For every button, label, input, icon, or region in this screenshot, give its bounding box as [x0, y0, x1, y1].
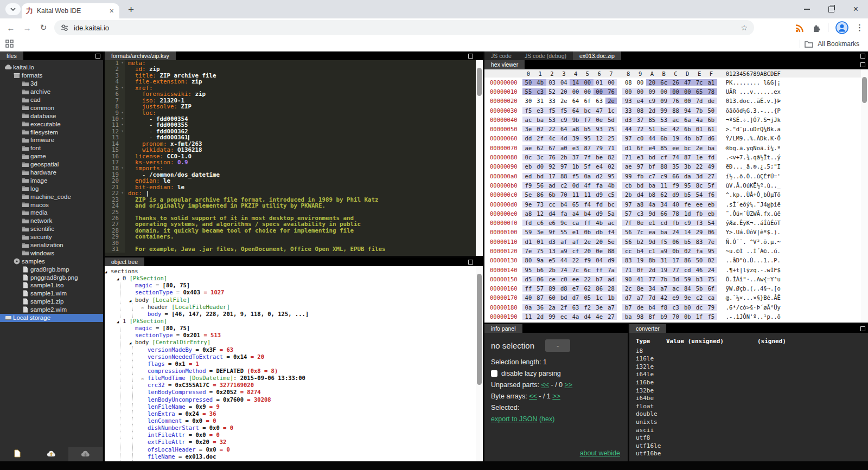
scrollbar-thumb[interactable]: [862, 77, 867, 103]
hex-byte[interactable]: 55: [558, 229, 570, 235]
object-tree-node[interactable]: diskNumberStart = 0x0 = 0: [105, 424, 476, 432]
hex-byte[interactable]: 06: [670, 239, 682, 245]
hex-byte[interactable]: e7: [570, 285, 582, 292]
hex-byte[interactable]: 3e: [534, 229, 546, 235]
hex-byte[interactable]: 1b: [605, 294, 617, 301]
hex-byte[interactable]: 75: [534, 248, 546, 254]
hex-byte[interactable]: c1: [646, 248, 658, 254]
hex-byte[interactable]: ee: [693, 201, 705, 208]
hex-byte[interactable]: 00: [570, 88, 582, 95]
hex-byte[interactable]: 9c: [558, 220, 570, 226]
hex-byte[interactable]: bd: [646, 154, 658, 160]
hex-byte[interactable]: 2e: [582, 239, 593, 245]
hex-ascii[interactable]: Ñ.Ó¯¯. ^V².õ.µ.~: [726, 239, 781, 245]
hex-byte[interactable]: 97: [634, 163, 646, 170]
hex-byte[interactable]: 7e: [522, 248, 534, 254]
fold-toggle-icon[interactable]: ▾: [120, 165, 125, 171]
byte-arrays-prev-link[interactable]: <<: [529, 392, 537, 400]
hex-byte[interactable]: fd: [705, 154, 717, 160]
hex-byte[interactable]: 19: [634, 257, 646, 263]
hex-byte[interactable]: 84: [681, 285, 693, 292]
hex-byte[interactable]: 02: [705, 257, 717, 263]
hex-byte[interactable]: 7d: [646, 294, 658, 301]
hex-byte[interactable]: 40: [522, 294, 534, 301]
hex-byte[interactable]: 29: [693, 229, 705, 235]
hex-byte[interactable]: 00: [605, 79, 617, 86]
hex-byte[interactable]: 02: [605, 163, 617, 170]
hex-ascii[interactable]: ~u.©Ï ..Ì´Á©..ú.: [726, 248, 781, 254]
hex-byte[interactable]: b5: [681, 191, 693, 198]
object-tree-node[interactable]: sectionType = 0x201 = 513: [105, 332, 476, 339]
hex-ascii[interactable]: ..åD"ù.Ù...1..P.: [726, 257, 781, 263]
hex-byte[interactable]: b0: [681, 304, 693, 311]
tab-object-tree[interactable]: object tree: [105, 257, 144, 266]
object-tree-scrollbar[interactable]: [476, 266, 483, 461]
hex-byte[interactable]: 7c: [570, 267, 582, 273]
hex-byte[interactable]: 76: [546, 154, 558, 160]
hex-byte[interactable]: 67: [546, 145, 558, 151]
hex-byte[interactable]: 6f: [582, 98, 593, 104]
hex-byte[interactable]: 56: [622, 229, 634, 235]
hex-byte[interactable]: c9: [646, 98, 658, 104]
hex-byte[interactable]: bf: [646, 163, 658, 170]
hex-byte[interactable]: 4b: [593, 220, 605, 226]
object-tree-node[interactable]: fileName = ex013.doc: [105, 453, 476, 460]
hex-byte[interactable]: 98: [634, 313, 646, 320]
hex-byte[interactable]: 64: [570, 107, 582, 114]
hex-byte[interactable]: 17: [670, 257, 682, 263]
hex-byte[interactable]: cc: [546, 201, 558, 208]
export-json-link[interactable]: export to JSON: [491, 415, 537, 423]
tab-hex-viewer[interactable]: hex viewer: [484, 60, 525, 69]
back-button[interactable]: ←: [3, 18, 18, 37]
hex-byte[interactable]: cd: [681, 267, 693, 273]
hex-byte[interactable]: 89: [546, 285, 558, 292]
fold-toggle-icon[interactable]: ▾: [120, 128, 125, 134]
object-tree-node[interactable]: ◢1 [PkSection]: [105, 318, 476, 325]
restore-button[interactable]: [819, 0, 844, 18]
object-tree-node[interactable]: ▷fileModTime [DosDatetime]: 2015-09-06 1…: [105, 375, 476, 382]
hex-byte[interactable]: 88: [670, 107, 682, 114]
hex-byte[interactable]: 2e: [693, 145, 705, 151]
hex-byte[interactable]: 50: [522, 79, 534, 86]
hex-byte[interactable]: 35: [670, 163, 682, 170]
maximize-panel-icon[interactable]: [860, 54, 865, 59]
hex-byte[interactable]: 93: [622, 98, 634, 104]
hex-byte[interactable]: 20: [558, 88, 570, 95]
hex-byte[interactable]: 86: [681, 257, 693, 263]
hex-byte[interactable]: ba: [705, 145, 717, 151]
tree-item-pnggrad8rgb-png[interactable]: pnggrad8rgb.png: [0, 273, 103, 281]
hex-byte[interactable]: 70: [558, 191, 570, 198]
hex-byte[interactable]: ff: [522, 285, 534, 292]
hex-byte[interactable]: a7: [634, 294, 646, 301]
hex-ascii[interactable]: õãõõd¼G.3.-...{P: [726, 107, 781, 114]
profile-avatar[interactable]: [835, 21, 848, 34]
hex-byte[interactable]: 00: [681, 88, 693, 95]
hex-byte[interactable]: 3e: [522, 126, 534, 132]
hex-byte[interactable]: 12: [534, 210, 546, 217]
hex-byte[interactable]: 31: [658, 257, 670, 263]
tree-item-grad8rgb-bmp[interactable]: grad8rgb.bmp: [0, 265, 103, 273]
object-tree-node[interactable]: compressionMethod = DEFLATED (0x8 = 8): [105, 368, 476, 375]
close-window-button[interactable]: ×: [844, 0, 868, 18]
editor-line[interactable]: 1▾meta:: [105, 60, 476, 66]
object-tree-node[interactable]: ◢body [CentralDirEntry]: [105, 339, 476, 346]
hex-byte[interactable]: 4c: [546, 135, 558, 141]
hex-byte[interactable]: c2: [693, 294, 705, 301]
hex-byte[interactable]: 19: [658, 267, 670, 273]
hex-byte[interactable]: f5: [558, 107, 570, 114]
hex-ascii[interactable]: Ý/LM9..%.ÀDk.K·Ö: [726, 135, 781, 141]
hex-byte[interactable]: 76: [670, 98, 682, 104]
hex-byte[interactable]: 6b: [681, 126, 693, 132]
hex-byte[interactable]: 62: [534, 145, 546, 151]
hex-byte[interactable]: c7: [646, 173, 658, 179]
hex-byte[interactable]: 2d: [646, 267, 658, 273]
hex-byte[interactable]: 9b: [570, 117, 582, 123]
hex-byte[interactable]: 2a: [546, 304, 558, 311]
tab-files[interactable]: files: [0, 51, 23, 60]
tree-item-sample1-iso[interactable]: sample1.iso: [0, 281, 103, 289]
hex-ascii[interactable]: ýÆæ.ÊÿK¬..áÍûÉóT: [726, 220, 781, 226]
hex-byte[interactable]: d7: [622, 294, 634, 301]
hex-byte[interactable]: 5e: [522, 191, 534, 198]
hex-ascii[interactable]: .-.ìJÔN'º..¹p..õ: [726, 313, 781, 320]
hex-byte[interactable]: ff: [593, 267, 605, 273]
